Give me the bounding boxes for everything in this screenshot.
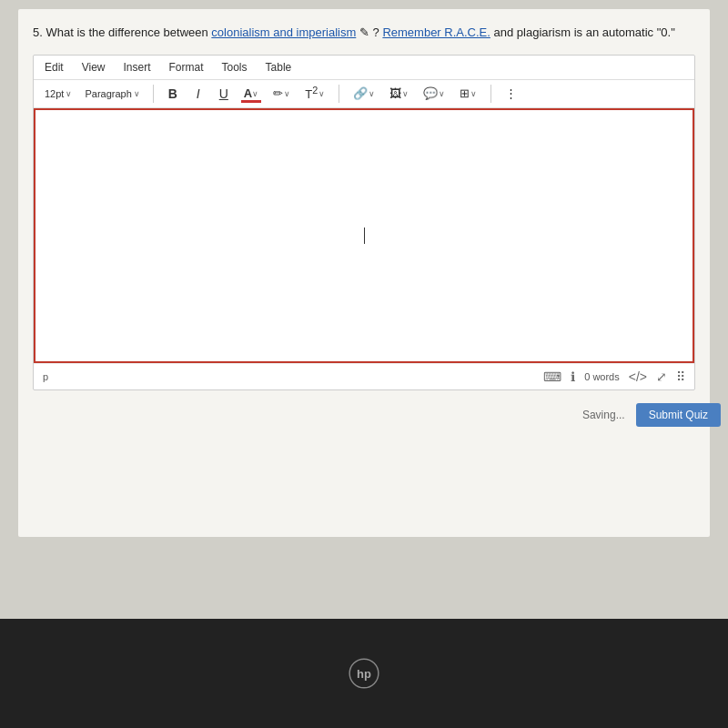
- menu-bar: Edit View Insert Format Tools Table: [34, 56, 694, 80]
- question-number: 5.: [33, 25, 43, 39]
- hp-logo: hp: [346, 655, 382, 692]
- font-size-chevron: ∨: [66, 89, 72, 98]
- toolbar: 12pt ∨ Paragraph ∨ B I U A ∨: [34, 80, 694, 108]
- menu-tools[interactable]: Tools: [218, 59, 251, 76]
- screen: 5. What is the difference between coloni…: [0, 0, 728, 619]
- highlight-button[interactable]: ✏ ∨: [268, 84, 295, 104]
- laptop-bottom-bezel: hp: [0, 619, 728, 728]
- link-chevron: ∨: [369, 89, 375, 98]
- link-icon: 🔗: [353, 86, 368, 100]
- menu-view[interactable]: View: [78, 59, 109, 76]
- highlight-chevron: ∨: [284, 89, 290, 98]
- t2-icon: T2: [305, 85, 318, 101]
- table-button[interactable]: ⊞ ∨: [455, 84, 481, 104]
- saving-indicator: Saving...: [582, 409, 625, 421]
- underline-button[interactable]: U: [214, 84, 234, 104]
- link-button[interactable]: 🔗 ∨: [349, 84, 379, 104]
- question-text-middle: ?: [373, 25, 383, 39]
- image-button[interactable]: 🖼 ∨: [385, 84, 413, 104]
- paragraph-tag: p: [43, 371, 48, 382]
- status-right: ⌨ ℹ 0 words </> ⤢ ⠿: [543, 369, 685, 384]
- menu-edit[interactable]: Edit: [41, 59, 67, 76]
- superscript-button[interactable]: T2 ∨: [300, 84, 329, 104]
- highlight-icon: ✏: [273, 86, 283, 100]
- svg-text:hp: hp: [357, 667, 371, 681]
- t2-chevron: ∨: [318, 89, 325, 98]
- table-chevron: ∨: [470, 89, 477, 98]
- menu-insert[interactable]: Insert: [119, 59, 154, 76]
- colonialism-link[interactable]: colonialism and imperialism: [211, 25, 356, 39]
- font-color-button[interactable]: A ∨: [239, 84, 263, 104]
- comment-icon: 💬: [423, 86, 438, 100]
- question-text-after: and plagiarism is an automatic "0.": [494, 25, 675, 39]
- content-area: 5. What is the difference between coloni…: [18, 9, 710, 537]
- font-color-chevron: ∨: [252, 89, 258, 98]
- font-color-icon: A: [244, 86, 252, 100]
- separator-2: [339, 85, 339, 103]
- grid-icon[interactable]: ⠿: [676, 369, 685, 384]
- code-view-button[interactable]: </>: [629, 369, 647, 384]
- menu-table[interactable]: Table: [262, 59, 296, 76]
- expand-button[interactable]: ⤢: [656, 369, 667, 384]
- comment-chevron: ∨: [439, 89, 445, 98]
- status-bar: p ⌨ ℹ 0 words </> ⤢ ⠿: [34, 363, 694, 389]
- image-icon: 🖼: [389, 86, 401, 100]
- separator-1: [153, 85, 154, 103]
- paragraph-chevron: ∨: [134, 89, 140, 98]
- bottom-bar: Saving... Submit Quiz: [33, 396, 724, 434]
- more-options-button[interactable]: ⋮: [500, 84, 521, 104]
- editor-container: Edit View Insert Format Tools Table 12pt…: [33, 55, 695, 390]
- question-text: 5. What is the difference between coloni…: [33, 24, 695, 42]
- info-icon[interactable]: ℹ: [571, 369, 575, 384]
- question-text-before: What is the difference between: [46, 25, 211, 39]
- bold-button[interactable]: B: [163, 84, 183, 104]
- paragraph-value: Paragraph: [85, 88, 131, 99]
- font-size-selector[interactable]: 12pt ∨: [41, 86, 76, 101]
- color-indicator: [241, 100, 261, 103]
- separator-3: [490, 85, 491, 103]
- link1-text: colonialism and imperialism: [211, 25, 356, 39]
- keyboard-icon[interactable]: ⌨: [543, 369, 561, 384]
- font-size-value: 12pt: [45, 88, 64, 99]
- race-link[interactable]: Remember R.A.C.E.: [382, 25, 490, 39]
- edit-icon-1: ✎: [356, 25, 369, 39]
- comment-button[interactable]: 💬 ∨: [419, 84, 450, 104]
- paragraph-selector[interactable]: Paragraph ∨: [81, 86, 143, 101]
- italic-button[interactable]: I: [188, 84, 208, 104]
- editor-body[interactable]: [34, 108, 694, 363]
- link2-text: Remember R.A.C.E.: [382, 25, 490, 39]
- image-chevron: ∨: [402, 89, 409, 98]
- text-cursor: [364, 228, 365, 244]
- table-icon: ⊞: [460, 86, 470, 100]
- menu-format[interactable]: Format: [166, 59, 207, 76]
- paragraph-indicator: p: [43, 371, 543, 382]
- submit-quiz-button[interactable]: Submit Quiz: [636, 403, 721, 427]
- word-count: 0 words: [584, 371, 620, 382]
